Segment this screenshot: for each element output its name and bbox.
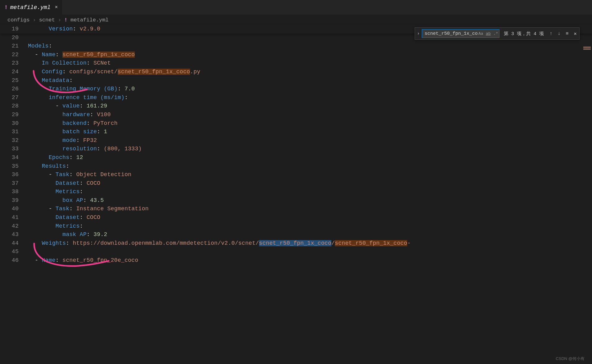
line-number: 29 xyxy=(0,111,28,119)
line-number: 21 xyxy=(0,42,28,51)
find-next[interactable]: ↓ xyxy=(555,30,563,38)
watermark: CSDN @何小有 xyxy=(556,356,585,362)
find-regex[interactable]: .* xyxy=(492,30,499,37)
find-close[interactable]: ✕ xyxy=(571,30,579,38)
line-number: 20 xyxy=(0,34,28,42)
find-status: 第 3 项，共 4 项 xyxy=(501,31,547,37)
line-number: 24 xyxy=(0,68,28,76)
find-widget: › Aa ab .* 第 3 项，共 4 项 ↑ ↓ ≡ ✕ xyxy=(415,27,580,40)
tab-title: metafile.yml xyxy=(10,4,51,11)
yaml-icon: ! xyxy=(64,17,67,23)
breadcrumb-segment[interactable]: metafile.yml xyxy=(71,17,108,23)
chevron-right-icon: › xyxy=(58,17,61,23)
line-number: 35 xyxy=(0,162,28,171)
chevron-right-icon: › xyxy=(33,17,36,23)
find-match-case[interactable]: Aa xyxy=(477,30,484,37)
find-prev[interactable]: ↑ xyxy=(547,30,555,38)
line-number: 27 xyxy=(0,93,28,102)
line-number: 40 xyxy=(0,205,28,213)
line-number: 45 xyxy=(0,248,28,256)
editor[interactable]: › Aa ab .* 第 3 项，共 4 项 ↑ ↓ ≡ ✕ 19 Versio… xyxy=(0,25,592,364)
line-number: 41 xyxy=(0,213,28,222)
find-match-word[interactable]: ab xyxy=(485,30,492,37)
line-number: 42 xyxy=(0,222,28,231)
close-icon[interactable]: × xyxy=(55,5,58,10)
line-number: 44 xyxy=(0,239,28,248)
tab-bar: ! metafile.yml × xyxy=(0,0,592,15)
line-number: 26 xyxy=(0,85,28,93)
find-filter-icon[interactable]: ≡ xyxy=(563,30,571,38)
line-number: 28 xyxy=(0,102,28,111)
find-input[interactable] xyxy=(425,31,477,36)
line-number: 37 xyxy=(0,179,28,188)
breadcrumb-segment[interactable]: scnet xyxy=(39,17,55,23)
breadcrumb[interactable]: configs › scnet › ! metafile.yml xyxy=(0,15,592,25)
line-number: 32 xyxy=(0,136,28,145)
line-number: 19 xyxy=(0,25,28,34)
line-number: 46 xyxy=(0,256,28,265)
minimap[interactable] xyxy=(582,25,592,364)
line-number: 43 xyxy=(0,230,28,239)
find-toggle-replace[interactable]: › xyxy=(415,31,422,36)
line-number: 23 xyxy=(0,59,28,68)
line-number: 25 xyxy=(0,76,28,85)
line-number: 33 xyxy=(0,145,28,153)
line-number: 38 xyxy=(0,188,28,196)
line-number: 39 xyxy=(0,196,28,205)
find-input-wrap: Aa ab .* xyxy=(422,29,499,38)
line-number: 31 xyxy=(0,128,28,136)
line-number: 22 xyxy=(0,51,28,59)
line-number: 36 xyxy=(0,171,28,179)
line-number: 34 xyxy=(0,153,28,162)
tab-metafile[interactable]: ! metafile.yml × xyxy=(0,0,62,15)
breadcrumb-segment[interactable]: configs xyxy=(7,17,30,23)
line-number: 30 xyxy=(0,119,28,128)
yaml-icon: ! xyxy=(4,4,8,11)
